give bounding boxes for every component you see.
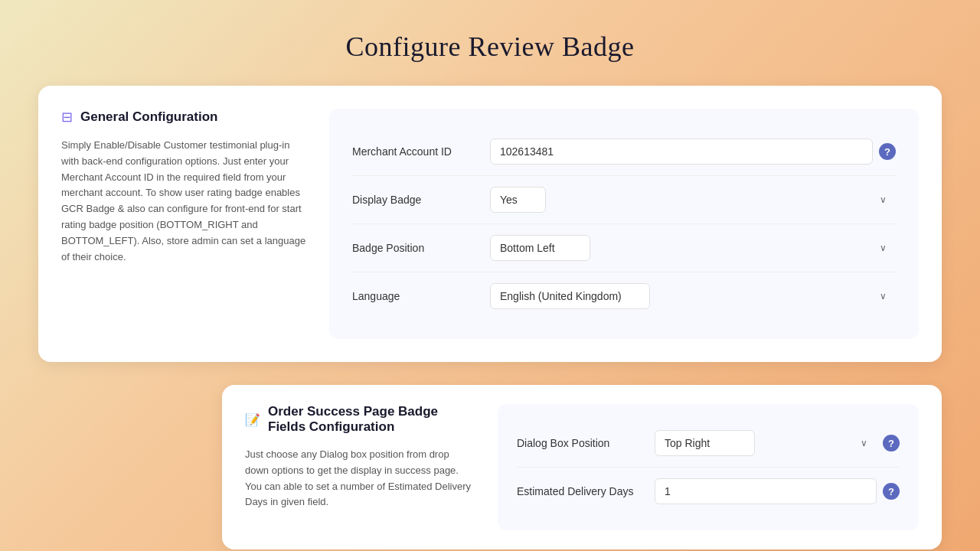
delivery-days-row: Estimated Delivery Days ? xyxy=(517,468,900,515)
delivery-days-help-icon[interactable]: ? xyxy=(883,483,900,500)
display-badge-row: Display Badge Yes No xyxy=(352,176,896,224)
dialog-position-row: Dialog Box Position Top Right Top Left B… xyxy=(517,419,900,468)
language-select-wrapper: English (United Kingdom) English (United… xyxy=(490,283,896,309)
dialog-position-label: Dialog Box Position xyxy=(517,437,655,449)
general-config-card: ⊟ General Configuration Simply Enable/Di… xyxy=(38,86,942,362)
general-config-form: Merchant Account ID ? Display Badge Yes … xyxy=(329,109,919,339)
language-label: Language xyxy=(352,290,490,302)
dialog-position-select-wrapper: Top Right Top Left Bottom Right Bottom L… xyxy=(655,430,877,456)
merchant-account-row: Merchant Account ID ? xyxy=(352,128,896,176)
dialog-position-control: Top Right Top Left Bottom Right Bottom L… xyxy=(655,430,900,456)
display-badge-control: Yes No xyxy=(490,187,896,213)
delivery-days-control: ? xyxy=(655,478,900,504)
order-config-header: 📝 Order Success Page Badge Fields Config… xyxy=(245,404,475,435)
badge-position-control: Bottom Left Bottom Right Top Left Top Ri… xyxy=(490,235,896,261)
general-config-icon: ⊟ xyxy=(61,109,73,126)
badge-position-select-wrapper: Bottom Left Bottom Right Top Left Top Ri… xyxy=(490,235,896,261)
order-config-icon: 📝 xyxy=(245,412,260,427)
delivery-days-label: Estimated Delivery Days xyxy=(517,485,655,497)
language-control: English (United Kingdom) English (United… xyxy=(490,283,896,309)
page-title: Configure Review Badge xyxy=(0,0,980,63)
badge-position-row: Badge Position Bottom Left Bottom Right … xyxy=(352,224,896,272)
order-config-desc: Just choose any Dialog box position from… xyxy=(245,447,475,510)
order-config-card: 📝 Order Success Page Badge Fields Config… xyxy=(222,385,942,549)
merchant-account-input[interactable] xyxy=(490,139,873,165)
delivery-days-input[interactable] xyxy=(655,478,877,504)
order-config-form: Dialog Box Position Top Right Top Left B… xyxy=(498,404,919,530)
order-config-left: 📝 Order Success Page Badge Fields Config… xyxy=(245,404,475,530)
language-select[interactable]: English (United Kingdom) English (United… xyxy=(490,283,650,309)
general-config-title: General Configuration xyxy=(80,109,217,125)
merchant-account-control: ? xyxy=(490,139,896,165)
display-badge-select-wrapper: Yes No xyxy=(490,187,896,213)
general-config-desc: Simply Enable/Disable Customer testimoni… xyxy=(61,138,306,265)
merchant-account-help-icon[interactable]: ? xyxy=(879,143,896,160)
display-badge-label: Display Badge xyxy=(352,194,490,206)
order-config-title: Order Success Page Badge Fields Configur… xyxy=(268,404,475,435)
cards-container: ⊟ General Configuration Simply Enable/Di… xyxy=(0,63,980,551)
general-config-left: ⊟ General Configuration Simply Enable/Di… xyxy=(61,109,306,339)
badge-position-select[interactable]: Bottom Left Bottom Right Top Left Top Ri… xyxy=(490,235,590,261)
dialog-position-help-icon[interactable]: ? xyxy=(883,435,900,452)
merchant-account-label: Merchant Account ID xyxy=(352,145,490,158)
badge-position-label: Badge Position xyxy=(352,242,490,254)
dialog-position-select[interactable]: Top Right Top Left Bottom Right Bottom L… xyxy=(655,430,755,456)
general-config-header: ⊟ General Configuration xyxy=(61,109,306,126)
language-row: Language English (United Kingdom) Englis… xyxy=(352,272,896,320)
display-badge-select[interactable]: Yes No xyxy=(490,187,546,213)
